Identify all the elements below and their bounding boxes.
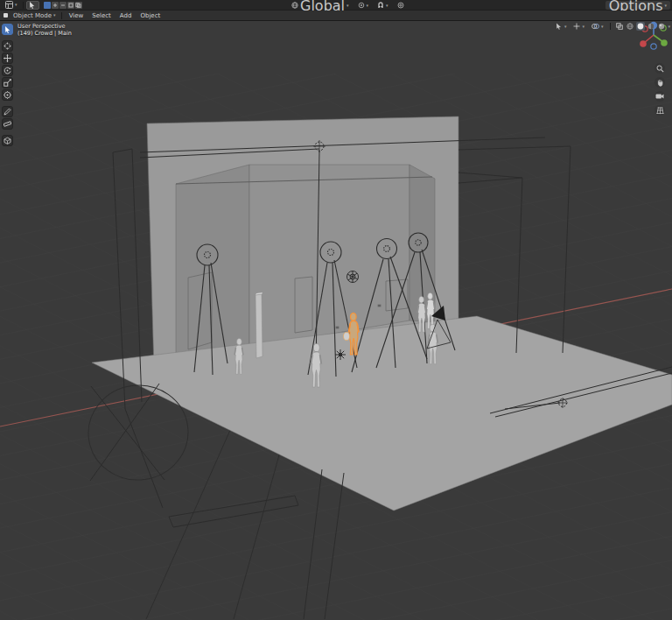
gizmo-z-neg-axis[interactable] [651, 44, 656, 49]
shading-material-button[interactable] [647, 22, 655, 31]
pan-hand-icon [656, 79, 664, 87]
shading-solid-icon [637, 23, 644, 30]
chevron-down-icon: ▾ [664, 4, 667, 8]
object-mode-icon [4, 13, 8, 18]
annotate-pen-icon [4, 108, 11, 116]
chevron-down-icon: ▾ [15, 3, 18, 7]
add-cube-icon [4, 137, 11, 144]
viewport-header: Object Mode ▾ View Select Add Object ▾ [0, 11, 672, 21]
shading-wireframe-button[interactable] [626, 22, 634, 31]
xray-toggle-button[interactable] [615, 22, 624, 31]
move-icon [4, 54, 11, 62]
perspective-grid-icon [656, 107, 664, 115]
camera-view-icon [655, 93, 664, 100]
mode-label: Object Mode [13, 12, 52, 19]
tool-select-box-button[interactable] [2, 24, 13, 35]
select-mode-extend-button[interactable] [52, 2, 59, 9]
pan-button[interactable] [654, 77, 665, 88]
xray-icon [616, 23, 623, 30]
gizmos-icon [573, 23, 580, 30]
divider [61, 12, 62, 19]
zoom-icon [656, 65, 664, 73]
tool-move-button[interactable] [2, 53, 13, 64]
menu-view[interactable]: View [65, 12, 88, 19]
gizmos-button[interactable]: ▾ [570, 22, 587, 31]
select-box-cursor-icon [29, 2, 36, 9]
tool-add-cube-button[interactable] [2, 135, 13, 146]
mode-selector[interactable]: Object Mode ▾ [10, 11, 59, 20]
tool-annotate-button[interactable] [2, 106, 13, 117]
blender-window: ▾ [0, 0, 672, 620]
tool-scale-button[interactable] [2, 77, 13, 88]
tool-rotate-button[interactable] [2, 65, 13, 76]
select-mode-subtract-button[interactable] [60, 2, 66, 9]
snap-toggle-button[interactable]: ▾ [374, 1, 391, 10]
object-visibility-button[interactable]: ▾ [553, 22, 570, 31]
measure-ruler-icon [4, 120, 11, 128]
shading-rendered-button[interactable] [657, 22, 666, 31]
proportional-editing-icon [397, 2, 404, 9]
camera-view-button[interactable] [654, 91, 665, 102]
chevron-down-icon: ▾ [582, 25, 584, 29]
select-box-cursor-icon [4, 26, 11, 33]
shading-wireframe-icon [626, 23, 634, 30]
chevron-down-icon: ▾ [346, 4, 349, 8]
global-orientation-icon [291, 2, 298, 9]
chevron-down-icon: ▾ [564, 25, 567, 29]
cursor-icon [4, 42, 11, 50]
gizmo-x-axis[interactable] [640, 40, 647, 47]
tool-settings-bar: ▾ [0, 0, 672, 11]
shading-rendered-icon [658, 23, 665, 30]
scene-3d[interactable] [0, 21, 672, 620]
pillar[interactable] [256, 292, 262, 358]
select-mode-intersect-button[interactable] [75, 2, 82, 9]
pivot-point-button[interactable]: ▾ [355, 1, 372, 10]
magnet-icon [377, 2, 384, 9]
gizmo-y-axis[interactable] [661, 39, 668, 46]
shading-material-icon [648, 23, 654, 30]
select-mode-invert-button[interactable] [67, 2, 74, 9]
options-button[interactable]: Options ▾ [606, 1, 670, 10]
menu-add[interactable]: Add [116, 12, 136, 19]
chevron-down-icon: ▾ [668, 25, 670, 29]
divider [610, 23, 611, 30]
chevron-down-icon: ▾ [53, 13, 56, 18]
pivot-icon [358, 2, 365, 9]
viewport-canvas[interactable]: User Perspective (149) Crowd | Main [0, 21, 672, 620]
stage-back-wall[interactable] [249, 165, 410, 348]
toolbar [2, 24, 13, 146]
object-visibility-icon [556, 23, 563, 30]
shading-solid-button[interactable] [636, 22, 645, 31]
tool-cursor-button[interactable] [2, 40, 13, 52]
rotate-icon [4, 67, 11, 74]
overlays-button[interactable]: ▾ [589, 22, 606, 31]
chevron-down-icon: ▾ [601, 25, 604, 29]
overlays-icon [592, 23, 599, 30]
menu-select[interactable]: Select [88, 12, 116, 19]
scale-icon [4, 79, 11, 87]
editor-type-button[interactable]: ▾ [3, 1, 20, 10]
active-tool-button[interactable] [26, 1, 39, 10]
zoom-button[interactable] [654, 63, 665, 74]
viewport-editor-icon [5, 1, 13, 9]
tool-transform-button[interactable] [2, 89, 13, 101]
chevron-down-icon: ▾ [386, 4, 388, 8]
proportional-edit-button[interactable] [395, 1, 407, 10]
perspective-toggle-button[interactable] [654, 105, 665, 116]
stage-left-wall[interactable] [176, 165, 249, 369]
transform-orientation-button[interactable]: Global ▾ [289, 1, 352, 10]
transform-icon [4, 91, 11, 99]
chevron-down-icon: ▾ [367, 4, 369, 8]
tool-measure-button[interactable] [2, 118, 13, 130]
menu-object[interactable]: Object [136, 12, 164, 19]
view-nav-buttons [654, 63, 665, 116]
divider [23, 2, 24, 9]
select-mode-set-button[interactable] [44, 2, 51, 9]
